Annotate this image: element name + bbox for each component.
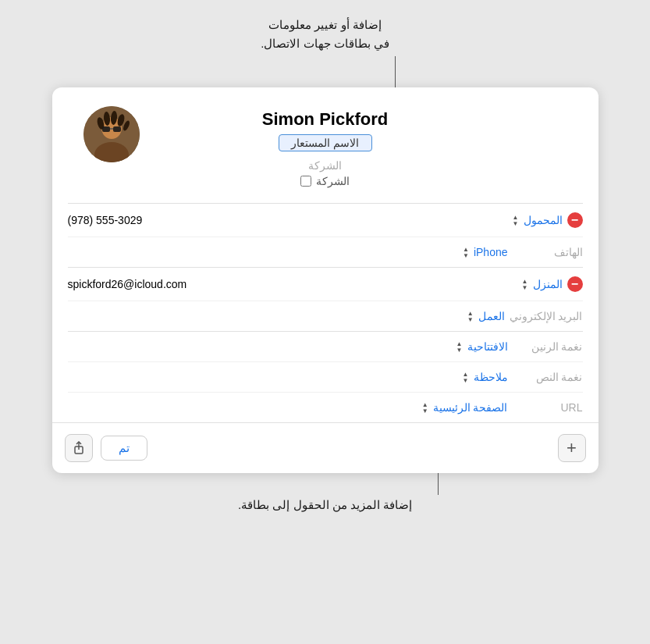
texttone-placeholder: نغمة النص [513,371,583,383]
contact-name: Simon Pickford [262,109,388,130]
name-section: Simon Pickford الاسم المستعار الشركة الش… [262,109,388,187]
stepper-up2[interactable]: ▲ [462,247,470,252]
remove-mobile-button[interactable] [567,212,583,228]
top-annotation-line2: في بطاقات جهات الاتصال. [261,34,389,53]
fields-section: المحمول ▲ ▼ (978) 555-3029 الهاتف iPhone… [52,204,598,422]
company-checkbox-row: الشركة [262,175,388,187]
top-annotation-line1: إضافة أو تغيير معلومات [268,16,382,34]
footer-left: تم [65,434,147,462]
share-button[interactable] [65,434,93,462]
card-footer: تم + [52,422,598,473]
ringtone-placeholder: نغمة الرنين [513,340,583,353]
stepper-up7[interactable]: ▲ [421,402,429,407]
bottom-annotation-line [438,473,439,495]
stepper-up3[interactable]: ▲ [521,279,529,284]
svg-rect-9 [113,126,121,132]
stepper-up6[interactable]: ▲ [462,372,470,377]
field-row-work-email: البريد الإلكتروني العمل ▲ ▼ [68,301,583,331]
email-group: المنزل ▲ ▼ spickford26@icloud.com البريد… [68,268,583,332]
iphone-label[interactable]: iPhone ▲ ▼ [438,246,508,258]
company-checkbox[interactable] [300,176,311,187]
company-placeholder: الشركة [262,159,388,172]
field-row-texttone: نغمة النص ملاحظة ▲ ▼ [68,362,583,393]
email-placeholder-label: البريد الإلكتروني [510,310,583,322]
share-icon [72,441,86,455]
field-row-mobile: المحمول ▲ ▼ (978) 555-3029 [68,204,583,237]
avatar-svg [83,106,140,162]
stepper-down2[interactable]: ▼ [462,253,470,258]
stepper-down7[interactable]: ▼ [421,408,429,414]
ringtone-stepper[interactable]: ▲ ▼ [456,341,464,353]
work-email-stepper[interactable]: ▲ ▼ [467,311,474,322]
card-header: Simon Pickford الاسم المستعار الشركة الش… [52,87,598,203]
avatar [83,106,140,162]
stepper-down5[interactable]: ▼ [456,347,464,353]
mobile-value[interactable]: (978) 555-3029 [68,214,488,226]
mobile-stepper[interactable]: ▲ ▼ [512,215,520,226]
iphone-stepper[interactable]: ▲ ▼ [462,247,470,258]
home-email-label[interactable]: المنزل ▲ ▼ [492,278,563,290]
field-row-ringtone: نغمة الرنين الافتتاحية ▲ ▼ [68,332,583,362]
remove-email-button[interactable] [567,276,583,292]
url-stepper[interactable]: ▲ ▼ [421,402,429,414]
stepper-up4[interactable]: ▲ [467,311,474,316]
add-field-button[interactable]: + [558,434,586,462]
field-row-home-email: المنزل ▲ ▼ spickford26@icloud.com [68,268,583,301]
stepper-down3[interactable]: ▼ [521,285,529,290]
stepper-up5[interactable]: ▲ [456,341,464,347]
texttone-stepper[interactable]: ▲ ▼ [462,372,470,383]
ringtone-label[interactable]: الافتتاحية ▲ ▼ [438,340,508,353]
url-placeholder: URL [513,401,583,414]
field-row-url: URL الصفحة الرئيسية ▲ ▼ [68,393,583,422]
avatar-container [83,106,140,162]
bottom-annotation-text: إضافة المزيد من الحقول إلى بطاقة. [238,498,412,512]
field-row-iphone: الهاتف iPhone ▲ ▼ [68,237,583,267]
stepper-down[interactable]: ▼ [512,221,520,226]
bottom-annotation: إضافة المزيد من الحقول إلى بطاقة. [52,473,598,512]
stepper-down6[interactable]: ▼ [462,378,470,383]
top-annotation: إضافة أو تغيير معلومات في بطاقات جهات ال… [52,16,598,87]
phone-placeholder-label: الهاتف [513,246,583,258]
url-label[interactable]: الصفحة الرئيسية ▲ ▼ [421,401,508,414]
home-email-stepper[interactable]: ▲ ▼ [521,279,529,290]
contact-card: Simon Pickford الاسم المستعار الشركة الش… [52,87,598,473]
company-section: الشركة الشركة [262,159,388,187]
stepper-down4[interactable]: ▼ [467,317,474,322]
work-email-label[interactable]: العمل ▲ ▼ [435,310,505,322]
done-button[interactable]: تم [101,436,147,461]
texttone-label[interactable]: ملاحظة ▲ ▼ [438,371,508,383]
annotation-arrow-line [395,56,396,87]
nickname-field[interactable]: الاسم المستعار [279,134,372,151]
home-email-value[interactable]: spickford26@icloud.com [68,278,488,290]
mobile-label[interactable]: المحمول ▲ ▼ [492,214,563,226]
stepper-up[interactable]: ▲ [512,215,520,220]
phone-group: المحمول ▲ ▼ (978) 555-3029 الهاتف iPhone… [68,204,583,268]
company-checkbox-label: الشركة [316,175,350,187]
svg-rect-8 [102,126,110,132]
